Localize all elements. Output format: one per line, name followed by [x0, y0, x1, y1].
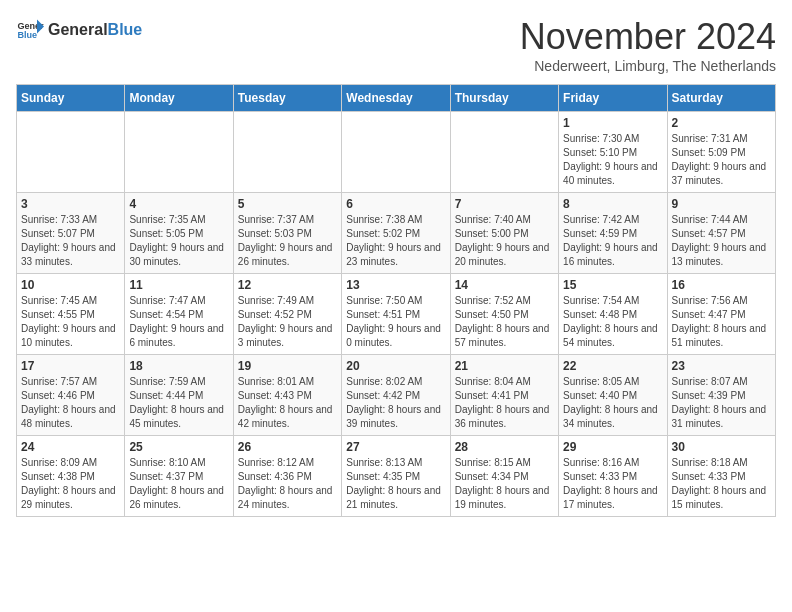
calendar-cell: 1Sunrise: 7:30 AM Sunset: 5:10 PM Daylig… [559, 112, 667, 193]
day-number: 21 [455, 359, 554, 373]
day-info: Sunrise: 8:15 AM Sunset: 4:34 PM Dayligh… [455, 456, 554, 512]
day-info: Sunrise: 7:57 AM Sunset: 4:46 PM Dayligh… [21, 375, 120, 431]
day-number: 1 [563, 116, 662, 130]
day-info: Sunrise: 7:45 AM Sunset: 4:55 PM Dayligh… [21, 294, 120, 350]
month-title: November 2024 [520, 16, 776, 58]
day-info: Sunrise: 8:01 AM Sunset: 4:43 PM Dayligh… [238, 375, 337, 431]
calendar-cell: 22Sunrise: 8:05 AM Sunset: 4:40 PM Dayli… [559, 355, 667, 436]
calendar-cell: 30Sunrise: 8:18 AM Sunset: 4:33 PM Dayli… [667, 436, 775, 517]
calendar-cell: 10Sunrise: 7:45 AM Sunset: 4:55 PM Dayli… [17, 274, 125, 355]
day-number: 6 [346, 197, 445, 211]
calendar-week-row: 3Sunrise: 7:33 AM Sunset: 5:07 PM Daylig… [17, 193, 776, 274]
day-number: 23 [672, 359, 771, 373]
header-saturday: Saturday [667, 85, 775, 112]
day-number: 7 [455, 197, 554, 211]
header-wednesday: Wednesday [342, 85, 450, 112]
day-number: 8 [563, 197, 662, 211]
day-info: Sunrise: 8:18 AM Sunset: 4:33 PM Dayligh… [672, 456, 771, 512]
day-number: 18 [129, 359, 228, 373]
day-info: Sunrise: 7:33 AM Sunset: 5:07 PM Dayligh… [21, 213, 120, 269]
day-info: Sunrise: 8:02 AM Sunset: 4:42 PM Dayligh… [346, 375, 445, 431]
logo-icon: General Blue [16, 16, 44, 44]
calendar-cell: 17Sunrise: 7:57 AM Sunset: 4:46 PM Dayli… [17, 355, 125, 436]
day-number: 16 [672, 278, 771, 292]
calendar-cell: 13Sunrise: 7:50 AM Sunset: 4:51 PM Dayli… [342, 274, 450, 355]
calendar-week-row: 10Sunrise: 7:45 AM Sunset: 4:55 PM Dayli… [17, 274, 776, 355]
calendar-cell: 12Sunrise: 7:49 AM Sunset: 4:52 PM Dayli… [233, 274, 341, 355]
title-area: November 2024 Nederweert, Limburg, The N… [520, 16, 776, 74]
day-info: Sunrise: 7:52 AM Sunset: 4:50 PM Dayligh… [455, 294, 554, 350]
day-number: 10 [21, 278, 120, 292]
calendar-cell: 21Sunrise: 8:04 AM Sunset: 4:41 PM Dayli… [450, 355, 558, 436]
day-info: Sunrise: 7:31 AM Sunset: 5:09 PM Dayligh… [672, 132, 771, 188]
day-info: Sunrise: 8:13 AM Sunset: 4:35 PM Dayligh… [346, 456, 445, 512]
calendar-header-row: SundayMondayTuesdayWednesdayThursdayFrid… [17, 85, 776, 112]
day-info: Sunrise: 7:50 AM Sunset: 4:51 PM Dayligh… [346, 294, 445, 350]
day-info: Sunrise: 7:35 AM Sunset: 5:05 PM Dayligh… [129, 213, 228, 269]
calendar-cell: 4Sunrise: 7:35 AM Sunset: 5:05 PM Daylig… [125, 193, 233, 274]
calendar-week-row: 1Sunrise: 7:30 AM Sunset: 5:10 PM Daylig… [17, 112, 776, 193]
day-number: 27 [346, 440, 445, 454]
calendar-cell [233, 112, 341, 193]
day-info: Sunrise: 8:12 AM Sunset: 4:36 PM Dayligh… [238, 456, 337, 512]
day-number: 5 [238, 197, 337, 211]
day-info: Sunrise: 7:40 AM Sunset: 5:00 PM Dayligh… [455, 213, 554, 269]
calendar-cell [125, 112, 233, 193]
calendar-cell: 14Sunrise: 7:52 AM Sunset: 4:50 PM Dayli… [450, 274, 558, 355]
day-number: 11 [129, 278, 228, 292]
day-number: 19 [238, 359, 337, 373]
day-info: Sunrise: 7:54 AM Sunset: 4:48 PM Dayligh… [563, 294, 662, 350]
day-info: Sunrise: 7:37 AM Sunset: 5:03 PM Dayligh… [238, 213, 337, 269]
calendar-cell: 23Sunrise: 8:07 AM Sunset: 4:39 PM Dayli… [667, 355, 775, 436]
logo-general: General [48, 21, 108, 39]
day-info: Sunrise: 7:59 AM Sunset: 4:44 PM Dayligh… [129, 375, 228, 431]
day-info: Sunrise: 7:44 AM Sunset: 4:57 PM Dayligh… [672, 213, 771, 269]
calendar-cell: 5Sunrise: 7:37 AM Sunset: 5:03 PM Daylig… [233, 193, 341, 274]
day-info: Sunrise: 7:47 AM Sunset: 4:54 PM Dayligh… [129, 294, 228, 350]
calendar-cell: 27Sunrise: 8:13 AM Sunset: 4:35 PM Dayli… [342, 436, 450, 517]
calendar-cell [17, 112, 125, 193]
day-number: 14 [455, 278, 554, 292]
svg-text:Blue: Blue [17, 30, 37, 40]
logo: General Blue General Blue [16, 16, 142, 44]
calendar-cell: 6Sunrise: 7:38 AM Sunset: 5:02 PM Daylig… [342, 193, 450, 274]
calendar-cell: 18Sunrise: 7:59 AM Sunset: 4:44 PM Dayli… [125, 355, 233, 436]
header-thursday: Thursday [450, 85, 558, 112]
calendar-cell: 16Sunrise: 7:56 AM Sunset: 4:47 PM Dayli… [667, 274, 775, 355]
day-info: Sunrise: 8:09 AM Sunset: 4:38 PM Dayligh… [21, 456, 120, 512]
day-info: Sunrise: 7:49 AM Sunset: 4:52 PM Dayligh… [238, 294, 337, 350]
day-number: 29 [563, 440, 662, 454]
calendar-cell [450, 112, 558, 193]
day-info: Sunrise: 7:42 AM Sunset: 4:59 PM Dayligh… [563, 213, 662, 269]
day-number: 20 [346, 359, 445, 373]
calendar-week-row: 24Sunrise: 8:09 AM Sunset: 4:38 PM Dayli… [17, 436, 776, 517]
calendar-week-row: 17Sunrise: 7:57 AM Sunset: 4:46 PM Dayli… [17, 355, 776, 436]
calendar-cell: 28Sunrise: 8:15 AM Sunset: 4:34 PM Dayli… [450, 436, 558, 517]
calendar-cell: 24Sunrise: 8:09 AM Sunset: 4:38 PM Dayli… [17, 436, 125, 517]
day-number: 24 [21, 440, 120, 454]
calendar-cell: 7Sunrise: 7:40 AM Sunset: 5:00 PM Daylig… [450, 193, 558, 274]
calendar-cell: 15Sunrise: 7:54 AM Sunset: 4:48 PM Dayli… [559, 274, 667, 355]
calendar-cell: 19Sunrise: 8:01 AM Sunset: 4:43 PM Dayli… [233, 355, 341, 436]
day-number: 30 [672, 440, 771, 454]
day-info: Sunrise: 8:10 AM Sunset: 4:37 PM Dayligh… [129, 456, 228, 512]
calendar-cell: 9Sunrise: 7:44 AM Sunset: 4:57 PM Daylig… [667, 193, 775, 274]
page-header: General Blue General Blue November 2024 … [16, 16, 776, 74]
calendar-cell: 3Sunrise: 7:33 AM Sunset: 5:07 PM Daylig… [17, 193, 125, 274]
day-info: Sunrise: 7:38 AM Sunset: 5:02 PM Dayligh… [346, 213, 445, 269]
day-info: Sunrise: 8:07 AM Sunset: 4:39 PM Dayligh… [672, 375, 771, 431]
logo-blue: Blue [108, 21, 143, 39]
day-number: 2 [672, 116, 771, 130]
calendar-table: SundayMondayTuesdayWednesdayThursdayFrid… [16, 84, 776, 517]
day-number: 26 [238, 440, 337, 454]
calendar-cell: 8Sunrise: 7:42 AM Sunset: 4:59 PM Daylig… [559, 193, 667, 274]
day-info: Sunrise: 8:05 AM Sunset: 4:40 PM Dayligh… [563, 375, 662, 431]
day-number: 13 [346, 278, 445, 292]
calendar-cell [342, 112, 450, 193]
day-number: 28 [455, 440, 554, 454]
header-monday: Monday [125, 85, 233, 112]
header-tuesday: Tuesday [233, 85, 341, 112]
day-number: 25 [129, 440, 228, 454]
day-number: 22 [563, 359, 662, 373]
day-number: 9 [672, 197, 771, 211]
